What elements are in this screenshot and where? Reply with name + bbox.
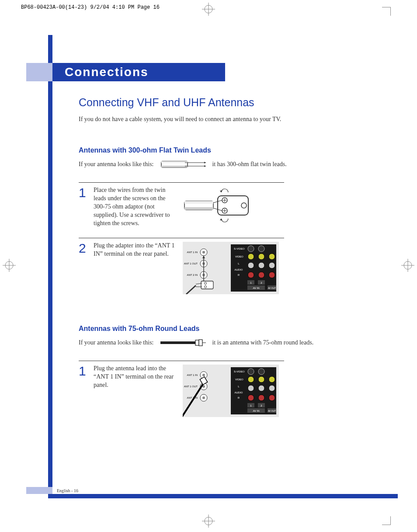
corner-mark-br [382,516,391,525]
svg-point-46 [248,246,254,252]
svg-text:VIDEO: VIDEO [235,255,243,258]
step-number: 2 [79,242,87,255]
svg-text:AUDIO: AUDIO [234,268,243,271]
svg-rect-69 [201,281,213,289]
svg-text:AV OUT: AV OUT [268,287,276,289]
step-a1: 1 Place the wires from the twin leads un… [79,182,284,227]
section-b-heading: Antennas with 75-ohm Round Leads [79,325,393,333]
step-b1: 1 Plug the antenna lead into the “ANT 1 … [79,361,284,417]
svg-point-100 [248,385,254,391]
svg-point-59 [258,272,264,278]
lead-before-text: If your antenna looks like this: [79,339,153,346]
step-a2: 2 Plug the adapter into the “ANT 1 IN” t… [79,238,284,294]
svg-point-49 [248,254,254,260]
twin-lead-cable-icon [159,157,207,172]
lead-before-text: If your antenna looks like this: [79,161,153,168]
svg-point-106 [258,395,264,401]
page-content: Connections Connecting VHF and UHF Anten… [26,35,398,498]
svg-point-50 [258,254,264,260]
svg-text:AV IN: AV IN [253,287,259,289]
svg-rect-79 [199,340,202,346]
crop-mark-right [401,259,414,274]
svg-point-84 [202,374,205,376]
svg-text:AV OUT: AV OUT [268,410,276,412]
svg-text:AV IN: AV IN [253,410,259,412]
svg-text:ANT 1 IN: ANT 1 IN [187,374,198,376]
svg-point-98 [269,376,275,382]
svg-point-51 [269,254,275,260]
svg-rect-13 [161,161,188,163]
rear-panel-figure-a: ANT 1 IN ANT 1 OUT ANT 2 IN S-VIDEO VIDE… [183,242,284,294]
svg-marker-18 [204,165,206,167]
chapter-header: Connections [26,63,225,81]
step-number: 1 [79,186,87,199]
intro-text: If you do not have a cable system, you w… [79,116,393,123]
svg-point-107 [269,395,275,401]
rear-panel-figure-b: ANT 1 IN ANT 1 OUT ANT 2 IN S-VIDEO VIDE… [183,365,284,417]
svg-point-94 [258,369,264,375]
svg-point-90 [202,396,205,399]
footer-tab [26,487,52,494]
svg-rect-77 [160,341,195,344]
svg-text:ANT 2 IN: ANT 2 IN [187,274,198,276]
svg-point-105 [248,395,254,401]
step-text: Place the wires from the twin leads unde… [94,186,177,227]
svg-marker-28 [220,219,222,220]
svg-point-93 [248,369,254,375]
page-title: Connecting VHF and UHF Antennas [79,96,393,109]
step-text: Plug the antenna lead into the “ANT 1 IN… [94,365,177,389]
svg-rect-78 [195,340,199,345]
svg-point-102 [269,385,275,391]
crop-mark-bottom [202,515,215,529]
svg-point-47 [258,246,264,252]
svg-point-37 [202,251,205,254]
svg-marker-17 [204,162,206,163]
svg-point-97 [258,376,264,382]
round-lead-cable-icon [159,335,207,350]
side-rule [48,35,52,498]
svg-marker-27 [220,191,222,192]
svg-text:ANT 2 IN: ANT 2 IN [187,396,198,399]
svg-point-60 [269,272,275,278]
svg-point-54 [258,262,264,268]
page-footer: English - 16 [57,488,78,493]
step-text: Plug the adapter into the “ANT 1 IN” ter… [94,242,177,258]
svg-point-20 [241,203,247,208]
svg-text:S-VIDEO: S-VIDEO [234,370,245,373]
svg-text:S-VIDEO: S-VIDEO [234,247,245,250]
svg-text:VIDEO: VIDEO [235,378,243,381]
lead-after-text: it has 300-ohm flat twin leads. [212,161,286,168]
svg-text:R: R [238,274,240,276]
svg-point-58 [248,272,254,278]
step-number: 1 [79,365,87,378]
svg-point-70 [205,282,207,285]
print-header: BP68-00423A-00(14-23) 9/2/04 4:10 PM Pag… [21,4,160,10]
svg-point-53 [248,262,254,268]
svg-text:AUDIO: AUDIO [234,391,243,394]
crop-mark-left [3,259,16,274]
svg-point-71 [205,286,207,288]
corner-mark-tr [382,7,391,16]
svg-point-101 [258,385,264,391]
svg-rect-31 [184,207,213,210]
svg-rect-14 [161,166,188,167]
crop-mark-top [202,3,215,17]
adaptor-figure [183,186,284,226]
svg-point-96 [248,376,254,382]
body-content: Connecting VHF and UHF Antennas If you d… [79,96,393,417]
section-a-heading: Antennas with 300-ohm Flat Twin Leads [79,146,393,154]
lead-after-text: it is an antenna with 75-ohm round leads… [212,339,313,346]
section-b-lead: If your antenna looks like this: it is a… [79,335,393,350]
svg-text:ANT 1 OUT: ANT 1 OUT [184,262,198,265]
section-a-lead: If your antenna looks like this: it has … [79,157,393,172]
svg-text:R: R [238,396,240,399]
bottom-rule [48,494,398,498]
chapter-tab [26,63,52,81]
svg-point-55 [269,262,275,268]
chapter-title: Connections [52,63,225,81]
svg-rect-30 [184,201,213,204]
svg-text:ANT 1 IN: ANT 1 IN [187,251,198,254]
svg-text:ANT 1 OUT: ANT 1 OUT [184,385,198,388]
